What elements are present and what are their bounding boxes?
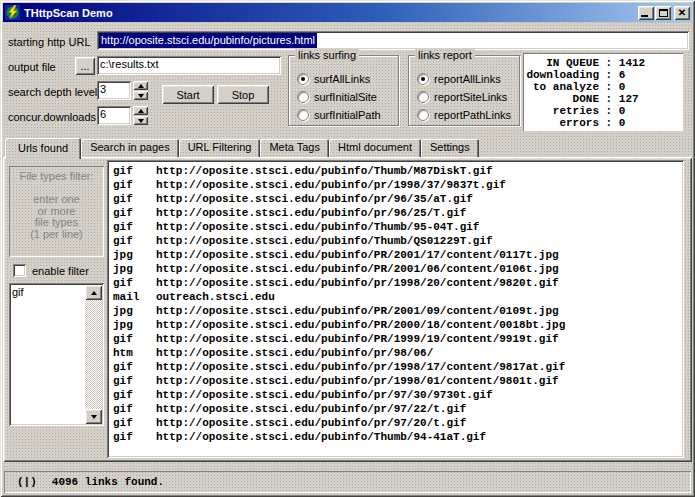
url-list-row[interactable]: gifhttp://oposite.stsci.edu/pubinfo/Thum… <box>113 430 682 444</box>
filter-types-memo[interactable]: gif <box>9 283 104 426</box>
url-list-row[interactable]: gifhttp://oposite.stsci.edu/pubinfo/pr/1… <box>113 178 682 192</box>
url-list-row[interactable]: gifhttp://oposite.stsci.edu/pubinfo/PR/1… <box>113 332 682 346</box>
scroll-down-button[interactable] <box>85 409 102 424</box>
url-list-row[interactable]: gifhttp://oposite.stsci.edu/pubinfo/pr/9… <box>113 206 682 220</box>
tab-meta-tags[interactable]: Meta Tags <box>260 139 329 157</box>
start-button[interactable]: Start <box>162 85 214 104</box>
output-file-label: output file <box>8 61 56 73</box>
url-list-row[interactable]: jpghttp://oposite.stsci.edu/pubinfo/PR/2… <box>113 318 682 332</box>
status-value: 0 <box>619 105 626 117</box>
filter-info-line: File types filter: <box>9 171 104 183</box>
status-row: DONE : 127 <box>523 93 679 105</box>
url-list-row[interactable]: gifhttp://oposite.stsci.edu/pubinfo/pr/1… <box>113 360 682 374</box>
status-value: 6 <box>619 69 626 81</box>
minimize-icon <box>641 15 648 17</box>
file-types-filter-panel: File types filter: enter one or more fil… <box>9 166 104 257</box>
tab-settings[interactable]: Settings <box>421 139 479 157</box>
filter-info-line: file types <box>9 217 104 229</box>
url-text: http://oposite.stsci.edu/pubinfo/pr/1998… <box>156 276 559 290</box>
status-sep: : <box>599 57 619 69</box>
arrow-down-icon <box>91 415 97 419</box>
window-title: THttpScan Demo <box>24 7 638 19</box>
activity-spinner: (|) <box>17 476 37 488</box>
url-list-row[interactable]: gifhttp://oposite.stsci.edu/pubinfo/Thum… <box>113 164 682 178</box>
search-depth-input[interactable]: 3 <box>97 81 131 100</box>
url-text: http://oposite.stsci.edu/pubinfo/pr/1998… <box>156 178 506 192</box>
url-type: gif <box>113 276 156 290</box>
url-text: http://oposite.stsci.edu/pubinfo/PR/1999… <box>156 332 559 346</box>
status-row: retries : 0 <box>523 105 679 117</box>
url-type: gif <box>113 360 156 374</box>
url-list-row[interactable]: jpghttp://oposite.stsci.edu/pubinfo/PR/2… <box>113 248 682 262</box>
status-panel: IN QUEUE : 1412 downloading : 6 to analy… <box>523 53 683 131</box>
arrow-up-icon <box>138 84 144 88</box>
url-list-row[interactable]: jpghttp://oposite.stsci.edu/pubinfo/PR/2… <box>113 304 682 318</box>
concur-downloads-input[interactable]: 6 <box>97 106 131 125</box>
status-label: IN QUEUE <box>523 57 599 69</box>
enable-filter-label: enable filter <box>32 265 89 277</box>
filter-types-list: gif <box>12 286 83 423</box>
tab-url-filtering[interactable]: URL Filtering <box>179 139 261 157</box>
links-report-group: links report reportAllLinks reportSiteLi… <box>408 55 520 126</box>
url-type: jpg <box>113 318 156 332</box>
url-list-row[interactable]: mailoutreach.stsci.edu <box>113 290 682 304</box>
memo-scrollbar[interactable] <box>85 285 102 424</box>
browse-button[interactable]: ... <box>75 57 95 75</box>
links-report-title: links report <box>415 49 475 61</box>
starting-url-input[interactable]: http://oposite.stsci.edu/pubinfo/picture… <box>97 31 689 50</box>
status-value: 0 <box>619 117 626 129</box>
radio-reportPathLinks[interactable]: reportPathLinks <box>417 108 511 122</box>
tab-urls-found[interactable]: Urls found <box>5 138 81 159</box>
maximize-button[interactable] <box>655 6 671 20</box>
url-list-row[interactable]: gifhttp://oposite.stsci.edu/pubinfo/pr/9… <box>113 402 682 416</box>
search-depth-down-button[interactable] <box>133 91 148 100</box>
url-list-row[interactable]: gifhttp://oposite.stsci.edu/pubinfo/Thum… <box>113 220 682 234</box>
url-list-row[interactable]: jpghttp://oposite.stsci.edu/pubinfo/PR/2… <box>113 262 682 276</box>
close-icon: ✕ <box>678 8 686 18</box>
status-label: errors <box>523 117 599 129</box>
app-icon <box>5 5 20 20</box>
status-value: 0 <box>619 81 626 93</box>
url-text: http://oposite.stsci.edu/pubinfo/Thumb/M… <box>156 164 493 178</box>
status-label: DONE <box>523 93 599 105</box>
urls-found-list[interactable]: gifhttp://oposite.stsci.edu/pubinfo/Thum… <box>107 160 684 458</box>
filter-type-item[interactable]: gif <box>12 286 83 298</box>
concur-downloads-up-button[interactable] <box>133 106 148 115</box>
enable-filter-checkbox[interactable] <box>13 264 26 277</box>
url-list-row[interactable]: gifhttp://oposite.stsci.edu/pubinfo/pr/9… <box>113 416 682 430</box>
status-sep: : <box>599 81 619 93</box>
url-type: gif <box>113 416 156 430</box>
url-list-row[interactable]: gifhttp://oposite.stsci.edu/pubinfo/pr/9… <box>113 388 682 402</box>
scroll-up-button[interactable] <box>85 285 102 300</box>
concur-downloads-down-button[interactable] <box>133 116 148 125</box>
url-list-row[interactable]: gifhttp://oposite.stsci.edu/pubinfo/pr/1… <box>113 276 682 290</box>
output-file-input[interactable]: c:\results.txt <box>97 56 281 75</box>
url-type: gif <box>113 164 156 178</box>
url-text: http://oposite.stsci.edu/pubinfo/pr/1998… <box>156 374 559 388</box>
radio-reportSiteLinks[interactable]: reportSiteLinks <box>417 90 507 104</box>
url-text: http://oposite.stsci.edu/pubinfo/pr/96/3… <box>156 192 473 206</box>
maximize-icon <box>659 9 668 17</box>
tab-html-document[interactable]: Html document <box>329 139 421 157</box>
url-type: gif <box>113 430 156 444</box>
tab-search-in-pages[interactable]: Search in pages <box>81 139 179 157</box>
url-text: http://oposite.stsci.edu/pubinfo/pr/97/3… <box>156 388 493 402</box>
url-list-row[interactable]: htmhttp://oposite.stsci.edu/pubinfo/pr/9… <box>113 346 682 360</box>
radio-surfInitialSite[interactable]: surfInitialSite <box>297 90 377 104</box>
minimize-button[interactable] <box>638 6 654 20</box>
url-text: http://oposite.stsci.edu/pubinfo/PR/2001… <box>156 248 559 262</box>
url-text: http://oposite.stsci.edu/pubinfo/pr/97/2… <box>156 416 466 430</box>
starting-url-label: starting http URL <box>8 36 91 48</box>
radio-surfAllLinks[interactable]: surfAllLinks <box>297 72 370 86</box>
url-list-row[interactable]: gifhttp://oposite.stsci.edu/pubinfo/pr/1… <box>113 374 682 388</box>
url-list-row[interactable]: gifhttp://oposite.stsci.edu/pubinfo/Thum… <box>113 234 682 248</box>
radio-reportAllLinks[interactable]: reportAllLinks <box>417 72 501 86</box>
url-list-row[interactable]: gifhttp://oposite.stsci.edu/pubinfo/pr/9… <box>113 192 682 206</box>
radio-surfInitialPath[interactable]: surfInitialPath <box>297 108 381 122</box>
stop-button[interactable]: Stop <box>217 85 269 104</box>
url-type: gif <box>113 220 156 234</box>
status-panel-body: IN QUEUE : 1412 downloading : 6 to analy… <box>523 57 679 129</box>
search-depth-up-button[interactable] <box>133 81 148 90</box>
title-bar[interactable]: THttpScan Demo ✕ <box>3 3 692 22</box>
close-button[interactable]: ✕ <box>674 6 690 20</box>
